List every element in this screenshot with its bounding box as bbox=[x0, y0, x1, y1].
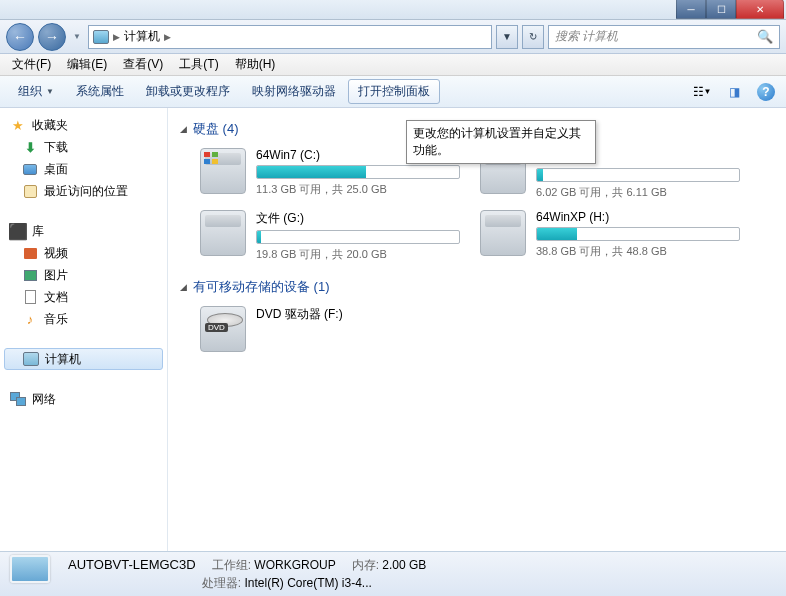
map-network-drive-button[interactable]: 映射网络驱动器 bbox=[242, 79, 346, 104]
status-computer-name: AUTOBVT-LEMGC3D bbox=[68, 557, 196, 574]
help-icon: ? bbox=[757, 83, 775, 101]
computer-icon bbox=[93, 30, 109, 44]
drive-name: 文件 (G:) bbox=[256, 210, 460, 227]
preview-pane-button[interactable]: ◨ bbox=[722, 80, 746, 104]
window-titlebar: ─ ☐ ✕ bbox=[0, 0, 786, 20]
drive-item[interactable]: 文件 (G:)19.8 GB 可用，共 20.0 GB bbox=[200, 210, 460, 262]
close-button[interactable]: ✕ bbox=[736, 0, 784, 19]
sidebar-downloads[interactable]: ⬇下载 bbox=[0, 136, 167, 158]
command-toolbar: 组织 ▼ 系统属性 卸载或更改程序 映射网络驱动器 打开控制面板 ☷ ▼ ◨ ? bbox=[0, 76, 786, 108]
sidebar-pictures[interactable]: 图片 bbox=[0, 264, 167, 286]
video-icon bbox=[22, 245, 38, 261]
download-icon: ⬇ bbox=[22, 139, 38, 155]
drives-list: 64Win7 (C:)11.3 GB 可用，共 25.0 GB软件 (D:)6.… bbox=[200, 148, 774, 262]
search-icon: 🔍 bbox=[757, 29, 773, 44]
drive-item-dvd[interactable]: DVD 驱动器 (F:) bbox=[200, 306, 460, 352]
sidebar-favorites[interactable]: ★收藏夹 bbox=[0, 114, 167, 136]
forward-button[interactable]: → bbox=[38, 23, 66, 51]
sidebar-music[interactable]: ♪音乐 bbox=[0, 308, 167, 330]
hard-drive-icon bbox=[200, 210, 246, 256]
menu-view[interactable]: 查看(V) bbox=[115, 54, 171, 75]
sidebar-network[interactable]: 网络 bbox=[0, 388, 167, 410]
maximize-button[interactable]: ☐ bbox=[706, 0, 736, 19]
desktop-icon bbox=[22, 161, 38, 177]
main-content: ★收藏夹 ⬇下载 桌面 最近访问的位置 ⬛库 视频 图片 文档 ♪音乐 计算机 … bbox=[0, 108, 786, 551]
collapse-icon: ◢ bbox=[180, 124, 187, 134]
chevron-down-icon: ▼ bbox=[46, 87, 54, 96]
menu-edit[interactable]: 编辑(E) bbox=[59, 54, 115, 75]
menu-file[interactable]: 文件(F) bbox=[4, 54, 59, 75]
status-memory: 2.00 GB bbox=[382, 558, 426, 572]
uninstall-programs-button[interactable]: 卸载或更改程序 bbox=[136, 79, 240, 104]
status-cpu: Intel(R) Core(TM) i3-4... bbox=[245, 576, 372, 590]
sidebar-videos[interactable]: 视频 bbox=[0, 242, 167, 264]
menu-tools[interactable]: 工具(T) bbox=[171, 54, 226, 75]
drive-stats: 38.8 GB 可用，共 48.8 GB bbox=[536, 244, 740, 259]
status-workgroup: WORKGROUP bbox=[254, 558, 335, 572]
drive-item[interactable]: 64WinXP (H:)38.8 GB 可用，共 48.8 GB bbox=[480, 210, 740, 262]
back-button[interactable]: ← bbox=[6, 23, 34, 51]
minimize-button[interactable]: ─ bbox=[676, 0, 706, 19]
toolbar-right: ☷ ▼ ◨ ? bbox=[690, 80, 778, 104]
recent-icon bbox=[22, 183, 38, 199]
menu-bar: 文件(F) 编辑(E) 查看(V) 工具(T) 帮助(H) bbox=[0, 54, 786, 76]
refresh-button[interactable]: ↻ bbox=[522, 25, 544, 49]
tooltip: 更改您的计算机设置并自定义其功能。 bbox=[406, 120, 596, 164]
sidebar-libraries[interactable]: ⬛库 bbox=[0, 220, 167, 242]
sidebar-recent[interactable]: 最近访问的位置 bbox=[0, 180, 167, 202]
drive-stats: 11.3 GB 可用，共 25.0 GB bbox=[256, 182, 460, 197]
music-icon: ♪ bbox=[22, 311, 38, 327]
section-header-removable[interactable]: ◢ 有可移动存储的设备 (1) bbox=[180, 278, 774, 296]
content-pane: ◢ 硬盘 (4) 64Win7 (C:)11.3 GB 可用，共 25.0 GB… bbox=[168, 108, 786, 551]
capacity-bar bbox=[536, 227, 740, 241]
hard-drive-icon bbox=[200, 148, 246, 194]
menu-help[interactable]: 帮助(H) bbox=[227, 54, 284, 75]
search-placeholder: 搜索 计算机 bbox=[555, 28, 618, 45]
sidebar-documents[interactable]: 文档 bbox=[0, 286, 167, 308]
removable-list: DVD 驱动器 (F:) bbox=[200, 306, 774, 352]
star-icon: ★ bbox=[10, 117, 26, 133]
chevron-right-icon[interactable]: ▶ bbox=[164, 32, 171, 42]
computer-large-icon bbox=[10, 555, 56, 593]
history-dropdown[interactable]: ▼ bbox=[70, 23, 84, 51]
navigation-bar: ← → ▼ ▶ 计算机 ▶ ▼ ↻ 搜索 计算机 🔍 bbox=[0, 20, 786, 54]
open-control-panel-button[interactable]: 打开控制面板 bbox=[348, 79, 440, 104]
hard-drive-icon bbox=[480, 210, 526, 256]
sidebar-desktop[interactable]: 桌面 bbox=[0, 158, 167, 180]
chevron-right-icon: ▶ bbox=[113, 32, 120, 42]
sidebar-computer[interactable]: 计算机 bbox=[4, 348, 163, 370]
address-dropdown[interactable]: ▼ bbox=[496, 25, 518, 49]
collapse-icon: ◢ bbox=[180, 282, 187, 292]
capacity-bar bbox=[536, 168, 740, 182]
picture-icon bbox=[22, 267, 38, 283]
system-properties-button[interactable]: 系统属性 bbox=[66, 79, 134, 104]
details-pane: AUTOBVT-LEMGC3D 工作组: WORKGROUP 内存: 2.00 … bbox=[0, 551, 786, 596]
drive-stats: 6.02 GB 可用，共 6.11 GB bbox=[536, 185, 740, 200]
capacity-bar bbox=[256, 165, 460, 179]
dvd-drive-icon bbox=[200, 306, 246, 352]
capacity-bar bbox=[256, 230, 460, 244]
drive-stats: 19.8 GB 可用，共 20.0 GB bbox=[256, 247, 460, 262]
help-button[interactable]: ? bbox=[754, 80, 778, 104]
computer-icon bbox=[23, 351, 39, 367]
library-icon: ⬛ bbox=[10, 223, 26, 239]
address-bar[interactable]: ▶ 计算机 ▶ bbox=[88, 25, 492, 49]
organize-button[interactable]: 组织 ▼ bbox=[8, 79, 64, 104]
document-icon bbox=[22, 289, 38, 305]
address-text: 计算机 bbox=[124, 28, 160, 45]
window-controls: ─ ☐ ✕ bbox=[676, 0, 784, 19]
view-mode-button[interactable]: ☷ ▼ bbox=[690, 80, 714, 104]
search-input[interactable]: 搜索 计算机 🔍 bbox=[548, 25, 780, 49]
system-icon bbox=[12, 2, 28, 18]
drive-name: DVD 驱动器 (F:) bbox=[256, 306, 460, 323]
network-icon bbox=[10, 391, 26, 407]
navigation-pane: ★收藏夹 ⬇下载 桌面 最近访问的位置 ⬛库 视频 图片 文档 ♪音乐 计算机 … bbox=[0, 108, 168, 551]
drive-name: 64WinXP (H:) bbox=[536, 210, 740, 224]
